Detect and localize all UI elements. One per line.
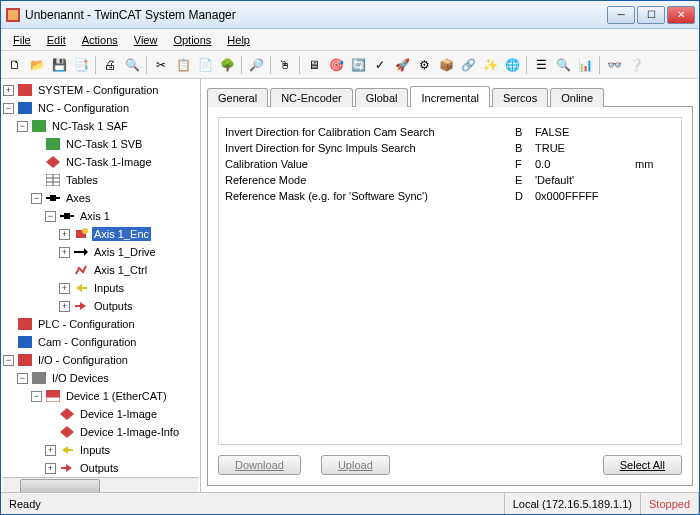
world-icon[interactable]: 🌐 (502, 55, 522, 75)
target-icon[interactable]: 🎯 (326, 55, 346, 75)
wand-icon[interactable]: ✨ (480, 55, 500, 75)
check-icon[interactable]: ✓ (370, 55, 390, 75)
menu-options[interactable]: Options (167, 32, 217, 48)
device-icon[interactable]: 🖱 (275, 55, 295, 75)
svg-rect-3 (18, 102, 32, 114)
iodev-icon (31, 371, 47, 385)
devimg-icon (59, 407, 75, 421)
menubar: File Edit Actions View Options Help (1, 29, 699, 51)
refresh-icon[interactable]: 🔄 (348, 55, 368, 75)
tree-outputs[interactable]: Outputs (92, 299, 135, 313)
tree-axes[interactable]: Axes (64, 191, 92, 205)
svg-rect-26 (32, 372, 46, 384)
tree-nc[interactable]: NC - Configuration (36, 101, 131, 115)
tab-nc-encoder[interactable]: NC-Encoder (270, 88, 353, 107)
tables-icon (45, 173, 61, 187)
tree-taskimg[interactable]: NC-Task 1-Image (64, 155, 154, 169)
select-all-button[interactable]: Select All (603, 455, 682, 475)
tree-outputs2[interactable]: Outputs (78, 461, 121, 475)
menu-actions[interactable]: Actions (76, 32, 124, 48)
param-row[interactable]: Invert Direction for Sync Impuls SearchB… (225, 140, 675, 156)
tree-svb[interactable]: NC-Task 1 SVB (64, 137, 144, 151)
svg-rect-4 (32, 120, 46, 132)
link-icon[interactable]: 🔗 (458, 55, 478, 75)
tree-axis1[interactable]: Axis 1 (78, 209, 112, 223)
tab-sercos[interactable]: Sercos (492, 88, 548, 107)
tree-plc[interactable]: PLC - Configuration (36, 317, 137, 331)
help-icon[interactable]: ❔ (626, 55, 646, 75)
svg-rect-5 (46, 138, 60, 150)
window-title: Unbenannt - TwinCAT System Manager (25, 8, 607, 22)
tree-io[interactable]: I/O - Configuration (36, 353, 130, 367)
menu-file[interactable]: File (7, 32, 37, 48)
devimg2-icon (59, 425, 75, 439)
param-row[interactable]: Reference Mask (e.g. for 'Software Sync'… (225, 188, 675, 204)
menu-edit[interactable]: Edit (41, 32, 72, 48)
upload-button[interactable]: Upload (321, 455, 390, 475)
cut-icon[interactable]: ✂ (151, 55, 171, 75)
status-ready: Ready (1, 493, 505, 514)
new-icon[interactable]: 🗋 (5, 55, 25, 75)
tree-axis1-drive[interactable]: Axis 1_Drive (92, 245, 158, 259)
maximize-button[interactable]: ☐ (637, 6, 665, 24)
box-icon[interactable]: 📦 (436, 55, 456, 75)
tree-dev1imginfo[interactable]: Device 1-Image-Info (78, 425, 181, 439)
ctrl-icon (73, 263, 89, 277)
close-button[interactable]: ✕ (667, 6, 695, 24)
tree-icon[interactable]: 🌳 (217, 55, 237, 75)
menu-view[interactable]: View (128, 32, 164, 48)
status-local: Local (172.16.5.189.1.1) (505, 493, 641, 514)
svg-marker-29 (60, 408, 74, 420)
open-icon[interactable]: 📂 (27, 55, 47, 75)
tree-inputs2[interactable]: Inputs (78, 443, 112, 457)
image-icon (45, 155, 61, 169)
inputs2-icon (59, 443, 75, 457)
outputs-icon (73, 299, 89, 313)
system-icon (17, 83, 33, 97)
list-icon[interactable]: ☰ (531, 55, 551, 75)
tree-system[interactable]: SYSTEM - Configuration (36, 83, 160, 97)
tree-nctask[interactable]: NC-Task 1 SAF (50, 119, 130, 133)
minimize-button[interactable]: ─ (607, 6, 635, 24)
find-icon[interactable]: 🔎 (246, 55, 266, 75)
inputs-icon (73, 281, 89, 295)
zoom-icon[interactable]: 🔍 (553, 55, 573, 75)
param-row[interactable]: Invert Direction for Calibration Cam Sea… (225, 124, 675, 140)
save-all-icon[interactable]: 📑 (71, 55, 91, 75)
tab-incremental[interactable]: Incremental (410, 86, 489, 107)
parameter-list[interactable]: Invert Direction for Calibration Cam Sea… (218, 117, 682, 445)
run-icon[interactable]: 🚀 (392, 55, 412, 75)
tree-axis1-ctrl[interactable]: Axis 1_Ctrl (92, 263, 149, 277)
status-bar: Ready Local (172.16.5.189.1.1) Stopped (1, 492, 699, 514)
tab-online[interactable]: Online (550, 88, 604, 107)
tree-cam[interactable]: Cam - Configuration (36, 335, 138, 349)
tree-axis1-enc[interactable]: Axis 1_Enc (92, 227, 151, 241)
menu-help[interactable]: Help (221, 32, 256, 48)
glasses-icon[interactable]: 👓 (604, 55, 624, 75)
tab-general[interactable]: General (207, 88, 268, 107)
config-icon[interactable]: ⚙ (414, 55, 434, 75)
tree-dev1img[interactable]: Device 1-Image (78, 407, 159, 421)
monitor-icon[interactable]: 🖥 (304, 55, 324, 75)
param-row[interactable]: Reference ModeE'Default' (225, 172, 675, 188)
copy-icon[interactable]: 📋 (173, 55, 193, 75)
tree-scrollbar[interactable] (3, 477, 198, 492)
tree-view[interactable]: +SYSTEM - Configuration −NC - Configurat… (1, 79, 201, 492)
tree-dev1[interactable]: Device 1 (EtherCAT) (64, 389, 169, 403)
preview-icon[interactable]: 🔍 (122, 55, 142, 75)
scope-icon[interactable]: 📊 (575, 55, 595, 75)
tree-iodev[interactable]: I/O Devices (50, 371, 111, 385)
ethercat-icon (45, 389, 61, 403)
paste-icon[interactable]: 📄 (195, 55, 215, 75)
tree-tables[interactable]: Tables (64, 173, 100, 187)
tab-strip: General NC-Encoder Global Incremental Se… (207, 85, 693, 107)
param-row[interactable]: Calibration ValueF0.0mm (225, 156, 675, 172)
plc-icon (17, 317, 33, 331)
save-icon[interactable]: 💾 (49, 55, 69, 75)
svg-rect-14 (64, 213, 70, 219)
svg-rect-28 (46, 397, 60, 402)
print-icon[interactable]: 🖨 (100, 55, 120, 75)
tab-global[interactable]: Global (355, 88, 409, 107)
tree-inputs[interactable]: Inputs (92, 281, 126, 295)
download-button[interactable]: Download (218, 455, 301, 475)
